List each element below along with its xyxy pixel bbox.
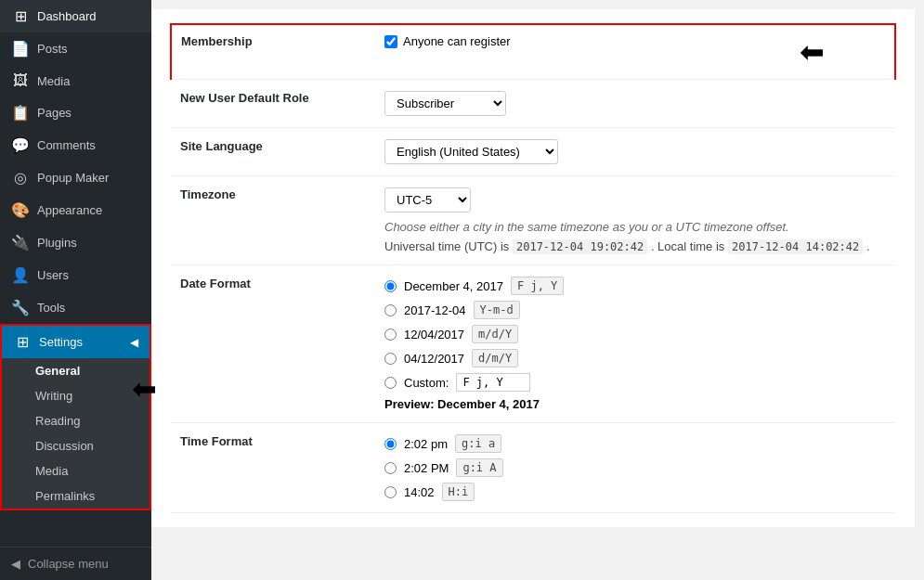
date-format-radio-custom[interactable]: [384, 377, 397, 389]
settings-content-area: Membership Anyone can register ⬅: [151, 9, 915, 527]
sidebar-item-label: Media: [37, 74, 70, 88]
time-format-option-2: 14:02 H:i: [384, 483, 886, 501]
date-format-preview: Preview: December 4, 2017: [384, 397, 886, 411]
time-format-option-0: 2:02 pm g:i a: [384, 434, 886, 453]
time-format-row: Time Format 2:02 pm g:i a 2:0: [171, 423, 895, 513]
time-format-value-cell: 2:02 pm g:i a 2:02 PM g:i A: [375, 423, 895, 513]
submenu-reading[interactable]: Reading: [2, 408, 150, 433]
date-format-label-0: December 4, 2017: [404, 279, 503, 293]
date-format-row: Date Format December 4, 2017 F j, Y: [171, 265, 895, 423]
time-format-tag-1: g:i A: [456, 458, 502, 477]
sidebar-item-media[interactable]: 🖼 Media: [0, 65, 151, 97]
collapse-menu-button[interactable]: ◀ Collapse menu: [0, 547, 151, 580]
default-role-select[interactable]: SubscriberContributorAuthorEditorAdminis…: [384, 91, 506, 116]
date-format-label-2: 12/04/2017: [404, 328, 464, 342]
main-content: Membership Anyone can register ⬅: [151, 0, 924, 580]
default-role-value-cell: SubscriberContributorAuthorEditorAdminis…: [375, 80, 781, 128]
sidebar-item-comments[interactable]: 💬 Comments: [0, 129, 151, 161]
time-format-radio-2[interactable]: [384, 486, 397, 498]
date-format-label-3: 04/12/2017: [404, 352, 464, 366]
date-format-custom-input[interactable]: [456, 373, 530, 392]
date-format-radio-2[interactable]: [384, 329, 397, 341]
membership-check-group: Anyone can register: [384, 34, 772, 48]
time-format-label-0: 2:02 pm: [404, 437, 448, 451]
sidebar-item-label: Comments: [37, 138, 96, 152]
date-format-radio-3[interactable]: [384, 353, 397, 365]
date-format-radio-0[interactable]: [384, 280, 397, 292]
settings-arrow-indicator: ◀: [130, 336, 138, 349]
membership-label-cell: Membership: [171, 24, 375, 80]
sidebar-item-plugins[interactable]: 🔌 Plugins: [0, 226, 151, 259]
date-format-label: Date Format: [171, 265, 375, 423]
submenu-general[interactable]: General: [2, 358, 150, 383]
plugins-icon: 🔌: [11, 234, 30, 251]
posts-icon: 📄: [11, 40, 30, 58]
sidebar-item-popup-maker[interactable]: ◎ Popup Maker: [0, 161, 151, 194]
site-language-select[interactable]: English (United States)English (UK)Españ…: [384, 139, 558, 164]
time-format-option-1: 2:02 PM g:i A: [384, 458, 886, 477]
local-time-value: 2017-12-04 14:02:42: [728, 239, 863, 254]
default-role-label: New User Default Role: [171, 80, 375, 128]
local-label: . Local time is: [651, 239, 724, 253]
date-format-radio-1[interactable]: [384, 304, 397, 316]
sidebar-item-dashboard[interactable]: ⊞ Dashboard: [0, 0, 151, 32]
date-format-preview-text: Preview: December 4, 2017: [384, 397, 540, 411]
anyone-can-register-checkbox[interactable]: [384, 35, 397, 48]
time-format-radio-1[interactable]: [384, 462, 397, 474]
sidebar-item-settings[interactable]: ⊞ Settings ◀: [2, 326, 150, 358]
preview-label: Preview:: [384, 397, 434, 411]
date-format-radio-group: December 4, 2017 F j, Y 2017-12-04 Y-m-d: [384, 277, 886, 411]
timezone-select[interactable]: UTC-5: [384, 187, 471, 213]
date-format-option-3: 04/12/2017 d/m/Y: [384, 349, 886, 367]
time-format-tag-0: g:i a: [455, 434, 501, 453]
date-format-tag-0: F j, Y: [511, 277, 564, 295]
sidebar-item-label: Plugins: [37, 236, 77, 250]
date-format-option-0: December 4, 2017 F j, Y: [384, 277, 886, 295]
settings-submenu: General Writing Reading Discussion Media…: [2, 358, 150, 509]
membership-label: Membership: [181, 34, 253, 48]
users-icon: 👤: [11, 266, 30, 284]
date-format-label-custom: Custom:: [404, 376, 449, 390]
submenu-media[interactable]: Media: [2, 458, 150, 483]
sidebar-item-posts[interactable]: 📄 Posts: [0, 32, 151, 65]
sidebar-item-tools[interactable]: 🔧 Tools: [0, 291, 151, 324]
submenu-permalinks[interactable]: Permalinks: [2, 483, 150, 509]
submenu-discussion[interactable]: Discussion: [2, 433, 150, 458]
settings-icon: ⊞: [13, 333, 32, 351]
submenu-writing[interactable]: Writing: [2, 383, 150, 408]
preview-value: December 4, 2017: [437, 397, 540, 411]
sidebar-item-settings-wrapper: ⊞ Settings ◀ General Writing Reading Dis…: [0, 324, 151, 510]
membership-value-cell: Anyone can register: [375, 24, 781, 80]
pages-icon: 📋: [11, 104, 30, 122]
time-format-radio-group: 2:02 pm g:i a 2:02 PM g:i A: [384, 434, 886, 501]
date-format-option-custom: Custom:: [384, 373, 886, 392]
sidebar-item-appearance[interactable]: 🎨 Appearance: [0, 194, 151, 226]
sidebar: ⊞ Dashboard 📄 Posts 🖼 Media 📋 Pages 💬 Co…: [0, 0, 151, 580]
timezone-hint: Choose either a city in the same timezon…: [384, 220, 886, 234]
utc-time-line: Universal time (UTC) is 2017-12-04 19:02…: [384, 239, 886, 253]
site-language-empty: [781, 128, 895, 176]
media-icon: 🖼: [11, 72, 30, 89]
sidebar-item-label: Tools: [37, 301, 65, 315]
site-language-label: Site Language: [171, 128, 375, 176]
time-format-radio-0[interactable]: [384, 438, 397, 450]
time-format-tag-2: H:i: [442, 483, 475, 501]
local-end: .: [866, 239, 870, 253]
sidebar-item-users[interactable]: 👤 Users: [0, 259, 151, 291]
dashboard-icon: ⊞: [11, 7, 30, 25]
site-language-value-cell: English (United States)English (UK)Españ…: [375, 128, 781, 176]
anyone-can-register-label: Anyone can register: [403, 34, 511, 48]
date-format-option-1: 2017-12-04 Y-m-d: [384, 301, 886, 319]
default-role-empty: [781, 80, 895, 128]
time-format-label-1: 2:02 PM: [404, 461, 449, 475]
collapse-icon: ◀: [11, 557, 20, 571]
time-format-label: Time Format: [171, 423, 375, 513]
utc-time-value: 2017-12-04 19:02:42: [513, 239, 647, 254]
timezone-label: Timezone: [171, 176, 375, 265]
sidebar-item-label: Dashboard: [37, 9, 97, 23]
sidebar-item-label: Popup Maker: [37, 171, 109, 185]
date-format-tag-1: Y-m-d: [474, 301, 520, 319]
sidebar-item-pages[interactable]: 📋 Pages: [0, 97, 151, 129]
sidebar-item-label: Posts: [37, 42, 68, 56]
membership-row: Membership Anyone can register ⬅: [171, 24, 895, 80]
